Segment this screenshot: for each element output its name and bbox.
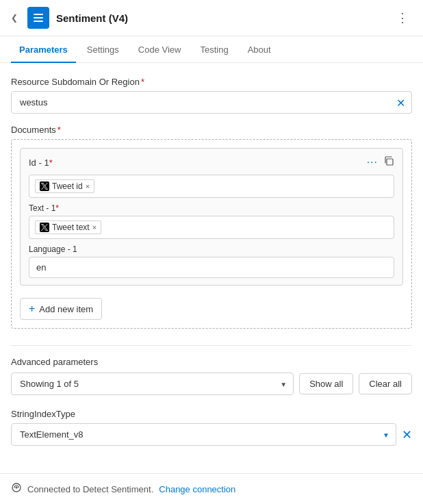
more-options-button[interactable]: ⋮ [391, 8, 415, 28]
resource-subdomain-wrapper: ✕ [11, 91, 412, 114]
doc-copy-button[interactable] [383, 155, 394, 169]
show-all-button[interactable]: Show all [299, 373, 353, 394]
doc-language-input[interactable] [29, 257, 394, 278]
tab-parameters[interactable]: Parameters [11, 36, 76, 63]
string-index-label: StringIndexType [11, 409, 412, 419]
tweet-text-tag: Tweet text × [35, 220, 101, 234]
showing-select[interactable]: Showing 1 of 5 [11, 373, 294, 395]
section-divider [11, 345, 412, 346]
tab-bar: Parameters Settings Code View Testing Ab… [0, 36, 423, 63]
documents-section: Documents* Id - 1* ··· [11, 125, 412, 329]
connection-icon [11, 482, 22, 496]
tweet-id-tag-remove[interactable]: × [86, 182, 90, 190]
documents-label: Documents* [11, 125, 412, 135]
showing-select-wrapper: Showing 1 of 5 ▼ [11, 373, 294, 395]
plus-icon: + [29, 303, 35, 315]
string-index-select-wrapper: TextElement_v8 ▼ [11, 423, 396, 446]
advanced-parameters-label: Advanced parameters [11, 357, 412, 367]
connection-status-text: Connected to Detect Sentiment. [27, 484, 153, 494]
tab-about[interactable]: About [240, 36, 279, 63]
tab-settings[interactable]: Settings [79, 36, 127, 63]
hamburger-icon [34, 14, 43, 22]
add-new-label: Add new item [39, 304, 93, 314]
svg-point-2 [16, 487, 18, 489]
string-index-controls: TextElement_v8 ▼ ✕ [11, 423, 412, 446]
tweet-text-tag-remove[interactable]: × [92, 223, 97, 231]
doc-id-more-button[interactable]: ··· [367, 156, 378, 168]
change-connection-link[interactable]: Change connection [159, 484, 235, 494]
svg-rect-0 [387, 159, 393, 165]
tab-code-view[interactable]: Code View [130, 36, 190, 63]
string-index-clear-button[interactable]: ✕ [402, 429, 412, 441]
footer: Connected to Detect Sentiment. Change co… [0, 473, 423, 504]
string-index-section: StringIndexType TextElement_v8 ▼ ✕ [11, 409, 412, 446]
documents-container: Id - 1* ··· [11, 139, 412, 329]
doc-text-label: Text - 1* [29, 203, 394, 213]
main-content: Resource Subdomain Or Region* ✕ Document… [0, 63, 423, 473]
app-icon-button[interactable] [27, 7, 49, 29]
tab-testing[interactable]: Testing [192, 36, 236, 63]
doc-language-label: Language - 1 [29, 244, 394, 254]
doc-id-tag-input[interactable]: Tweet id × [29, 175, 394, 198]
string-index-select[interactable]: TextElement_v8 [11, 423, 396, 446]
doc-text-tag-input[interactable]: Tweet text × [29, 216, 394, 239]
document-item-1: Id - 1* ··· [20, 148, 403, 286]
doc-id-label: Id - 1* [29, 158, 53, 168]
doc-id-actions: ··· [367, 155, 394, 169]
resource-subdomain-label: Resource Subdomain Or Region* [11, 77, 412, 87]
resource-subdomain-input[interactable] [11, 91, 412, 114]
add-new-item-button[interactable]: + Add new item [20, 298, 102, 320]
collapse-chevron[interactable]: ❮ [8, 10, 21, 25]
advanced-parameters-section: Advanced parameters Showing 1 of 5 ▼ Sho… [11, 357, 412, 395]
header: ❮ Sentiment (V4) ⋮ [0, 0, 423, 36]
tweet-id-tag: Tweet id × [35, 179, 94, 193]
twitter-icon-2 [40, 223, 49, 232]
twitter-icon [40, 181, 49, 191]
doc-id-header: Id - 1* ··· [29, 155, 394, 169]
page-title: Sentiment (V4) [56, 12, 384, 24]
clear-all-button[interactable]: Clear all [359, 373, 412, 394]
resource-subdomain-clear-icon[interactable]: ✕ [396, 96, 405, 109]
advanced-parameters-controls: Showing 1 of 5 ▼ Show all Clear all [11, 373, 412, 395]
